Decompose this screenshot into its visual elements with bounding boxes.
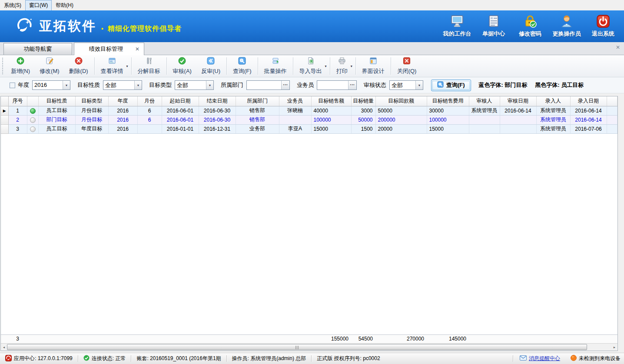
delete-button[interactable]: 删除(D) [64,56,93,76]
cell-sales-amount: 15000 [311,124,351,133]
cell-type: 月份目标 [75,106,108,115]
cell-sales-qty: 1500 [351,124,375,133]
col-dept[interactable]: 所属部门 [236,96,279,106]
col-auditor[interactable]: 审核人 [469,96,500,106]
col-year[interactable]: 年度 [108,96,137,106]
scroll-right-icon[interactable]: ► [611,344,617,351]
chevron-down-icon[interactable]: ▼ [134,81,142,89]
toolbar-drag-handle[interactable] [2,58,4,74]
tab-performance-goal[interactable]: 绩效目标管理 ✕ [74,43,144,55]
col-month[interactable]: 月份 [137,96,162,106]
type-select[interactable]: 全部 ▼ [175,80,214,90]
cell-nature: 员工目标 [38,106,75,115]
col-audit-date[interactable]: 审核日期 [500,96,536,106]
col-creator[interactable]: 录入人 [536,96,570,106]
table-row[interactable]: 2 部门目标 月份目标 2016 6 2016-06-01 2016-06-30… [1,115,617,124]
menu-bar: 系统(S) 窗口(W) 帮助(H) [0,0,624,10]
goal-grid: 序号 目标性质 目标类型 年度 月份 起始日期 结束日期 所属部门 业务员 目标… [0,96,618,351]
change-password-button[interactable]: 修改密码 [512,15,548,38]
document-center-button[interactable]: 单据中心 [475,15,512,38]
switch-operator-button[interactable]: 更换操作员 [548,15,585,38]
cell-month: 6 [137,106,162,115]
view-detail-label: 查看详情 [101,67,123,75]
col-start-date[interactable]: 起始日期 [162,96,199,106]
horizontal-scrollbar[interactable]: ◄ ► [1,343,617,351]
workbench-button[interactable]: 我的工作台 [439,15,475,38]
cell-end-date: 2016-06-30 [199,106,236,115]
import-export-dropdown-icon[interactable]: ▾ [325,64,327,68]
status-indicator [27,124,38,133]
batch-operation-button[interactable]: 批量操作 [259,56,292,76]
view-detail-dropdown-icon[interactable]: ▾ [126,64,128,68]
col-sales-qty[interactable]: 目标销量 [351,96,375,106]
col-sales-amount[interactable]: 目标销售额 [311,96,351,106]
col-nature[interactable]: 目标性质 [38,96,75,106]
cell-year: 2016 [108,124,137,133]
toolbar-separator [258,57,258,75]
chevron-down-icon[interactable]: ▼ [206,81,213,89]
add-button[interactable]: 新增(N) [6,56,35,76]
add-label: 新增(N) [11,67,30,75]
view-detail-button[interactable]: 查看详情 [96,56,128,76]
scroll-left-icon[interactable]: ◄ [1,344,7,351]
audit-button[interactable]: 审核(A) [168,56,196,76]
ui-design-button[interactable]: 界面设计 [357,56,389,76]
table-row[interactable]: ▶ 1 员工目标 月份目标 2016 6 2016-06-01 2016-06-… [1,106,617,115]
statusbar-separator [513,355,513,362]
document-center-label: 单据中心 [482,30,505,38]
menu-window[interactable]: 窗口(W) [25,0,52,11]
col-salesman[interactable]: 业务员 [279,96,311,106]
col-create-date[interactable]: 录入日期 [570,96,607,106]
nature-filter-label: 目标性质 [77,81,100,89]
scrollbar-thumb[interactable] [7,344,587,350]
summary-sales-qty: 54500 [351,334,375,343]
query-toolbar-button[interactable]: 查询(F) [228,56,256,76]
row-pointer [1,124,8,133]
unaudit-button[interactable]: 反审(U) [196,56,225,76]
year-select[interactable]: 2016 ▼ [32,80,70,90]
col-expense[interactable]: 目标销售费用 [427,96,469,106]
message-center-link[interactable]: 消息提醒中心 [508,355,565,362]
import-export-label: 导入导出 [299,67,322,75]
exit-system-button[interactable]: 退出系统 [585,15,621,38]
query-button-label: 查询(F) [446,81,465,89]
tab-label: 绩效目标管理 [78,45,134,53]
filter-bar: 年度 2016 ▼ 目标性质 全部 ▼ 目标类型 全部 ▼ 所属部门 ··· 业… [0,77,624,93]
import-export-button[interactable]: 导入导出 [295,56,327,76]
col-end-date[interactable]: 结束日期 [199,96,236,106]
toolbar-group-impexp: 导入导出 ▾ [295,56,329,76]
message-center-label[interactable]: 消息提醒中心 [529,355,560,362]
cell-audit-date [500,124,536,133]
nature-select[interactable]: 全部 ▼ [103,80,142,90]
header-row: 序号 目标性质 目标类型 年度 月份 起始日期 结束日期 所属部门 业务员 目标… [1,96,617,106]
menu-help[interactable]: 帮助(H) [52,0,77,11]
col-type[interactable]: 目标类型 [75,96,108,106]
cell-sales-amount: 40000 [311,106,351,115]
menu-system[interactable]: 系统(S) [0,0,25,11]
cell-sales-qty: 3000 [351,106,375,115]
chevron-down-icon[interactable]: ▼ [63,81,70,89]
dept-input[interactable] [247,81,281,89]
print-dropdown-icon[interactable]: ▾ [351,64,352,68]
salesman-input[interactable] [317,81,348,89]
table-row[interactable]: 3 员工目标 年度目标 2016 2016-01-01 2016-12-31 业… [1,124,617,133]
mail-icon [520,355,527,362]
col-status[interactable] [27,96,38,106]
cell-start-date: 2016-06-01 [162,115,199,124]
year-checkbox[interactable] [10,83,15,88]
modify-button[interactable]: 修改(M) [35,56,64,76]
tab-nav-window[interactable]: 功能导航窗 [3,43,72,55]
chevron-down-icon[interactable]: ▼ [415,81,423,89]
col-receivable[interactable]: 目标回款额 [375,96,427,106]
tabstrip-close-icon[interactable]: ✕ [616,44,620,50]
tab-close-icon[interactable]: ✕ [134,46,140,52]
col-seq[interactable]: 序号 [8,96,27,106]
dept-lookup-icon[interactable]: ··· [281,81,289,89]
audit-select[interactable]: 全部 ▼ [389,80,423,90]
query-button[interactable]: 查询(F) [431,79,471,91]
salesman-lookup-icon[interactable]: ··· [348,81,356,89]
print-button[interactable]: 打印 [332,56,352,76]
decompose-goal-button[interactable]: 分解目标 [133,56,165,76]
print-label: 打印 [336,67,348,75]
close-button[interactable]: 关闭(Q) [392,56,422,76]
